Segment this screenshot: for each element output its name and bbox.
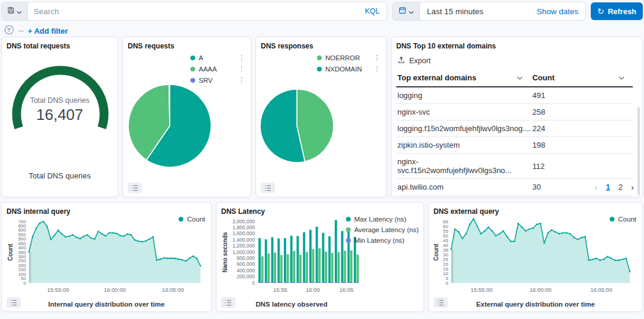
panel-title[interactable]: DNS Latency [221,207,419,216]
pie-legend: NOERROR⋮NXDOMAIN⋮ [317,54,380,73]
legend-item-aaaa[interactable]: AAAA⋮ [190,65,245,73]
pie-legend: A⋮AAAA⋮SRV⋮ [190,54,245,84]
export-label: Export [409,57,431,65]
table-row: zipkin.istio-system198 [396,137,633,154]
svg-text:20: 20 [443,262,448,267]
column-header-domains[interactable]: Top external domains [396,69,531,87]
panel-dns-top-external-domains: DNS Top 10 external domains Export Top e… [391,37,643,197]
panel-dns-internal-query: DNS internal query Count 050100150200250… [1,202,212,312]
panel-dns-total-requests: DNS total requests Total DNS queries 16,… [1,37,118,197]
legend-toggle-button[interactable] [128,183,142,193]
kql-language-button[interactable]: KQL [358,2,387,20]
legend-label: AAAA [199,66,217,73]
date-picker: Last 15 minutes Show dates [392,2,586,21]
svg-text:35: 35 [443,248,448,253]
panel-title[interactable]: DNS Top 10 external domains [396,42,637,50]
legend-toggle-button[interactable] [7,297,21,308]
svg-text:1,200,000: 1,200,000 [232,243,255,249]
export-icon [397,56,405,66]
column-header-count[interactable]: Count [531,69,633,87]
panel-title[interactable]: DNS internal query [7,207,206,216]
cell-domain: logging.f15n2womfujehfjlwv0lgs3nog.... [396,121,531,137]
next-page-icon[interactable]: › [631,182,634,192]
time-range-label[interactable]: Last 15 minutes [420,2,483,20]
cell-count: 112 [531,154,633,179]
legend-actions-icon[interactable]: ⋮ [230,76,245,84]
filter-icon[interactable] [4,25,14,37]
svg-text:Nano seconds: Nano seconds [222,232,228,272]
legend-toggle-button[interactable] [261,183,275,193]
cell-domain: zipkin.istio-system [396,137,531,154]
svg-text:15: 15 [443,266,448,272]
add-filter-button[interactable]: + Add filter [28,27,68,35]
gauge-bottom-label: Total DNS queries [2,171,118,180]
saved-query-menu-button[interactable] [2,2,28,20]
svg-text:15:55: 15:55 [273,287,287,293]
table-row: logging.f15n2womfujehfjlwv0lgs3nog....22… [396,121,633,137]
legend-label: NOERROR [325,54,360,61]
svg-text:25: 25 [443,257,448,262]
svg-text:16:00:00: 16:00:00 [104,287,126,293]
legend-toggle-button[interactable] [433,297,448,308]
cell-domain: checkoutservice [396,196,531,198]
svg-text:0: 0 [252,280,255,286]
table-scrollbar[interactable] [637,107,640,196]
legend-item-count[interactable]: Count [179,216,205,223]
legend-item-a[interactable]: A⋮ [190,54,245,61]
legend-color-dot [317,67,322,71]
cell-domain: api.twilio.com [396,179,531,196]
cell-domain: logging [396,87,531,104]
legend-actions-icon[interactable]: ⋮ [365,65,380,73]
legend-item-count[interactable]: Count [610,216,636,223]
svg-text:16:00:00: 16:00:00 [530,287,552,293]
legend-label: Count [187,216,205,223]
table-row: checkoutservice12 [396,196,633,198]
panel-title[interactable]: DNS responses [261,42,381,50]
legend-item-max-latency-ns-[interactable]: Max Latency (ns) [346,216,419,223]
search-input[interactable] [28,2,358,20]
cell-count: 491 [531,87,633,104]
svg-text:30: 30 [443,252,448,258]
chart-legend: Max Latency (ns)Average Latency (ns)Min … [346,216,419,244]
svg-text:15:55:00: 15:55:00 [47,287,69,293]
area-chart: 0510152025303540455055606515:55:0016:00:… [433,217,632,300]
pie-chart [124,80,225,172]
sort-chevron-icon [517,76,523,80]
panel-title[interactable]: DNS total requests [7,42,113,50]
previous-page-icon[interactable]: ‹ [595,182,598,192]
svg-text:16:05:00: 16:05:00 [162,287,184,293]
chart-area: 0510152025303540455055606515:55:0016:00:… [433,217,637,302]
page-2-button[interactable]: 2 [619,183,623,191]
page-1-button[interactable]: 1 [606,183,610,191]
svg-text:45: 45 [443,238,448,243]
show-dates-button[interactable]: Show dates [536,2,585,20]
sort-chevron-icon [619,76,624,80]
panel-title[interactable]: DNS requests [128,42,246,50]
refresh-button[interactable]: ↻ Refresh [591,2,643,20]
svg-text:65: 65 [443,219,448,224]
legend-item-nxdomain[interactable]: NXDOMAIN⋮ [317,65,380,73]
legend-actions-icon[interactable]: ⋮ [230,65,245,73]
calendar-menu-button[interactable] [393,2,420,20]
legend-item-average-latency-ns-[interactable]: Average Latency (ns) [346,226,419,233]
svg-text:15:55:00: 15:55:00 [471,287,493,293]
legend-item-noerror[interactable]: NOERROR⋮ [317,54,380,61]
legend-item-min-latency-ns-[interactable]: Min Latency (ns) [346,237,419,244]
legend-actions-icon[interactable]: ⋮ [365,54,380,61]
legend-color-dot [346,238,351,243]
legend-color-dot [190,56,195,60]
legend-actions-icon[interactable]: ⋮ [230,54,245,61]
filter-divider [18,31,24,31]
top-toolbar: KQL Last 15 minutes Show dates ↻ Refresh [0,0,644,21]
legend-color-dot [610,217,614,222]
svg-text:800,000: 800,000 [237,255,255,261]
table-row: nginx-svc258 [396,104,633,121]
panel-title[interactable]: DNS external query [433,207,637,216]
legend-toggle-button[interactable] [221,297,235,308]
legend-item-srv[interactable]: SRV⋮ [190,76,245,84]
refresh-icon: ↻ [597,6,604,16]
svg-text:60: 60 [443,224,448,229]
export-button[interactable]: Export [397,56,431,66]
svg-text:Count: Count [7,243,14,261]
panel-dns-latency: DNS Latency Max Latency (ns)Average Late… [216,202,424,312]
